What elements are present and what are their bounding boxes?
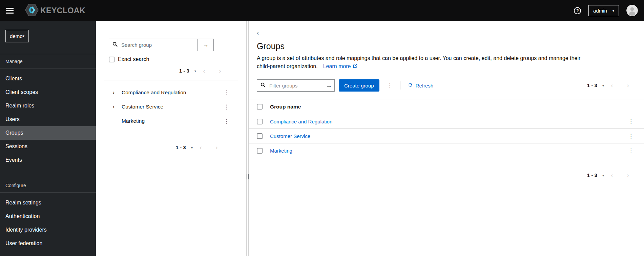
keycloak-logo: KEYCLOAK [25, 4, 85, 18]
next-page-button[interactable]: › [620, 172, 636, 178]
previous-page-button[interactable]: ‹ [604, 172, 620, 178]
tree-item-label[interactable]: Marketing [122, 118, 145, 124]
help-icon[interactable]: ? [574, 7, 581, 14]
refresh-icon [408, 82, 413, 88]
group-search-input[interactable] [121, 42, 194, 48]
next-page-button[interactable]: › [209, 144, 225, 151]
tree-pagination-top: 1 - 3 ▾ ‹ › [109, 68, 238, 74]
row-checkbox[interactable] [257, 133, 263, 139]
kebab-menu-icon[interactable]: ⋮ [224, 90, 229, 96]
chevron-right-icon: › [627, 172, 629, 179]
admin-user-label: admin [593, 8, 607, 14]
tree-pagination-bottom: 1 - 3 ▾ ‹ › [104, 144, 238, 151]
chevron-left-icon: ‹ [611, 172, 613, 179]
pagination-range: 1 - 3 [179, 68, 189, 74]
groups-tree-panel: → Exact search 1 - 3 ▾ ‹ › › Compliance … [96, 21, 246, 256]
pagination-range: 1 - 3 [587, 173, 597, 178]
expand-chevron-icon[interactable]: › [112, 90, 116, 95]
sidebar-item-clients[interactable]: Clients [0, 72, 96, 85]
toolbar-divider [400, 81, 400, 90]
chevron-left-icon: ‹ [203, 67, 205, 74]
sidebar-item-realm-settings[interactable]: Realm settings [0, 196, 96, 210]
tree-item[interactable]: › Customer Service ⋮ [104, 100, 238, 114]
pagination-range: 1 - 3 [587, 83, 597, 88]
tree-item-label[interactable]: Customer Service [122, 104, 163, 110]
groups-table: Group name Compliance and Regulation ⋮ C… [249, 99, 644, 158]
group-link[interactable]: Customer Service [270, 133, 310, 139]
refresh-label: Refresh [416, 83, 434, 88]
splitter-grip-icon [247, 174, 249, 179]
hamburger-menu-button[interactable] [6, 8, 14, 14]
group-link[interactable]: Marketing [270, 148, 292, 154]
row-checkbox[interactable] [257, 148, 263, 154]
sidebar-item-events[interactable]: Events [0, 153, 96, 167]
page-description: A group is a set of attributes and role … [257, 54, 636, 71]
kebab-menu-icon[interactable]: ⋮ [628, 119, 634, 124]
previous-page-button[interactable]: ‹ [193, 144, 209, 151]
tree-item[interactable]: Marketing ⋮ [104, 114, 238, 128]
kebab-menu-icon[interactable]: ⋮ [224, 104, 229, 110]
avatar[interactable] [626, 5, 638, 16]
brand-text: KEYCLOAK [40, 6, 85, 15]
collapse-drawer-button[interactable]: ‹ [257, 30, 259, 36]
select-all-checkbox[interactable] [257, 104, 263, 110]
next-page-button[interactable]: › [620, 82, 636, 88]
chevron-left-icon: ‹ [257, 29, 259, 36]
admin-user-dropdown[interactable]: admin ▾ [588, 5, 619, 16]
description-line-2: child-parent organization.Learn more [257, 62, 636, 71]
external-link-icon [353, 62, 357, 71]
panel-resize-splitter[interactable] [246, 21, 249, 256]
group-search-submit-button[interactable]: → [198, 39, 213, 51]
chevron-down-icon: ▾ [612, 9, 614, 13]
sidebar-item-groups[interactable]: Groups [0, 126, 96, 140]
groups-tree: › Compliance and Regulation ⋮ › Customer… [104, 85, 238, 128]
create-group-button[interactable]: Create group [339, 79, 379, 92]
expand-chevron-icon[interactable]: › [112, 104, 116, 110]
chevron-left-icon: ‹ [611, 82, 613, 89]
sidebar-item-sessions[interactable]: Sessions [0, 140, 96, 153]
sidebar-item-realm-roles[interactable]: Realm roles [0, 99, 96, 113]
realm-selector-value: demo [10, 33, 23, 39]
table-header-row: Group name [249, 99, 644, 114]
group-search-field: → [109, 39, 214, 51]
next-page-button[interactable]: › [212, 68, 228, 74]
kebab-menu-icon[interactable]: ⋮ [628, 148, 634, 154]
sidebar-item-users[interactable]: Users [0, 113, 96, 126]
chevron-right-icon: › [216, 144, 218, 151]
sidebar-item-authentication[interactable]: Authentication [0, 210, 96, 223]
exact-search-row: Exact search [109, 56, 238, 62]
chevron-right-icon: › [627, 82, 629, 89]
previous-page-button[interactable]: ‹ [604, 82, 620, 88]
kebab-menu-icon[interactable]: ⋮ [224, 118, 229, 124]
table-row: Compliance and Regulation ⋮ [249, 114, 644, 129]
chevron-left-icon: ‹ [200, 144, 202, 151]
filter-groups-input[interactable] [269, 82, 319, 89]
row-checkbox[interactable] [257, 119, 263, 124]
main-content: ‹ Groups A group is a set of attributes … [249, 21, 644, 256]
learn-more-link[interactable]: Learn more [323, 62, 357, 71]
masthead: KEYCLOAK ? admin ▾ [0, 0, 644, 21]
search-icon [261, 82, 266, 89]
groups-toolbar: → Create group ⋮ Refresh 1 - 3 ▾ ‹ › [257, 79, 636, 92]
sidebar-item-client-scopes[interactable]: Client scopes [0, 85, 96, 99]
kebab-menu-icon[interactable]: ⋮ [387, 83, 393, 88]
group-link[interactable]: Compliance and Regulation [270, 119, 332, 124]
tree-item-label[interactable]: Compliance and Regulation [122, 90, 186, 96]
search-icon [112, 42, 118, 48]
sidebar-section-manage: Manage [0, 54, 96, 68]
realm-selector[interactable]: demo ▾ [5, 30, 29, 42]
kebab-menu-icon[interactable]: ⋮ [628, 133, 634, 139]
tree-item[interactable]: › Compliance and Regulation ⋮ [104, 85, 238, 100]
refresh-button[interactable]: Refresh [408, 82, 434, 88]
column-header-group-name: Group name [270, 104, 301, 110]
chevron-down-icon: ▾ [23, 34, 25, 38]
sidebar-item-user-federation[interactable]: User federation [0, 237, 96, 250]
filter-groups-field: → [257, 79, 335, 92]
filter-submit-button[interactable]: → [323, 80, 334, 91]
arrow-right-icon: → [326, 82, 332, 89]
exact-search-label: Exact search [118, 56, 149, 62]
pagination-range: 1 - 3 [176, 145, 186, 150]
previous-page-button[interactable]: ‹ [196, 68, 212, 74]
sidebar-item-identity-providers[interactable]: Identity providers [0, 223, 96, 237]
exact-search-checkbox[interactable] [109, 57, 115, 62]
